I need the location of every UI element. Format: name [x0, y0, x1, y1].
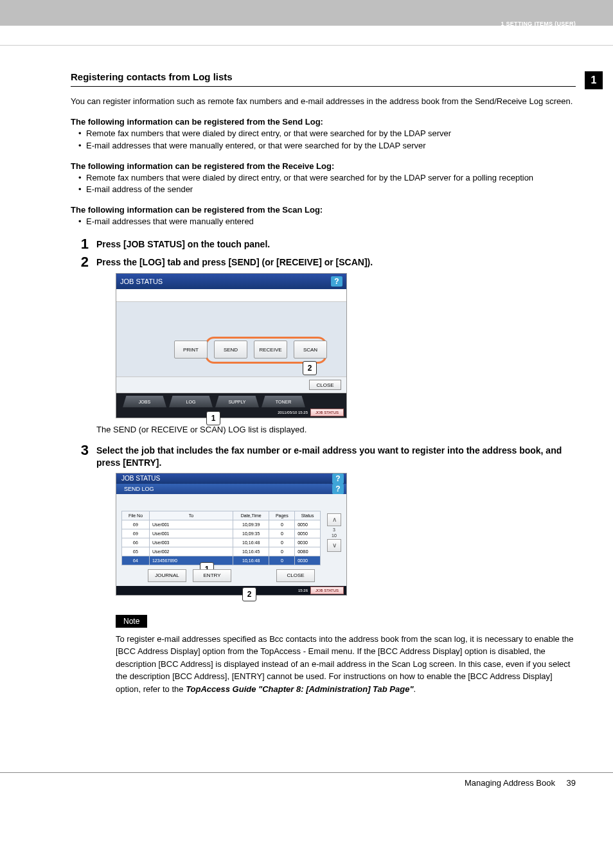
send-log-table: File No To Date,Time Pages Status 69 Use… [121, 511, 321, 565]
scan-log-heading: The following information can be registe… [71, 205, 576, 215]
tab-supply[interactable]: SUPPLY [215, 396, 259, 407]
note-text: To register e-mail addresses specified a… [116, 633, 576, 696]
panel-title: JOB STATUS [120, 278, 163, 285]
receive-button[interactable]: RECEIVE [254, 341, 287, 359]
step-text-3: Select the job that includes the fax num… [96, 443, 576, 469]
close-button[interactable]: CLOSE [276, 569, 315, 582]
scroll-up-icon[interactable]: ∧ [327, 513, 341, 526]
note-reference: TopAccess Guide "Chapter 8: [Administrat… [186, 684, 413, 694]
running-head: 1 SETTING ITEMS (USER) [501, 21, 576, 27]
list-item: E-mail addresses that were manually ente… [78, 216, 576, 228]
send-log-list: Remote fax numbers that were dialed by d… [71, 128, 576, 152]
help-icon[interactable]: ? [332, 484, 344, 494]
table-row[interactable]: 65 User002 10,16:45 0 00B0 [122, 547, 321, 556]
footer-section: Managing Address Book [465, 778, 555, 788]
tab-log[interactable]: LOG [169, 396, 213, 407]
col-date-time: Date,Time [233, 511, 269, 520]
step2-caption: The SEND (or RECEIVE or SCAN) LOG list i… [96, 425, 576, 434]
table-row-selected[interactable]: 64 1234567890 10,16:48 0 0030 [122, 556, 321, 565]
print-button[interactable]: PRINT [174, 341, 208, 359]
tab-jobs[interactable]: JOBS [123, 396, 166, 407]
job-status-panel: JOB STATUS ? PRINT SEND RECEIVE SCAN 2 C… [116, 273, 347, 418]
table-row[interactable]: 69 User001 10,09:35 0 0050 [122, 529, 321, 538]
step-text-2: Press the [LOG] tab and press [SEND] (or… [96, 255, 576, 269]
table-row[interactable]: 69 User001 10,09:39 0 0050 [122, 520, 321, 529]
send-log-panel: JOB STATUS ? SEND LOG ? File No To Date,… [116, 473, 347, 596]
step-number-3: 3 [71, 443, 96, 457]
tab-toner[interactable]: TONER [262, 396, 305, 407]
intro-paragraph: You can register information such as rem… [71, 96, 576, 108]
job-status-button[interactable]: JOB STATUS [310, 409, 344, 416]
page-footer: Managing Address Book 39 [0, 772, 613, 807]
callout-1: 1 [206, 411, 220, 425]
footer-page-number: 39 [567, 778, 576, 788]
scroll-page: 3 [327, 527, 341, 532]
section-title: Registering contacts from Log lists [71, 71, 576, 87]
journal-button[interactable]: JOURNAL [148, 569, 186, 582]
job-status-button[interactable]: JOB STATUS [310, 587, 344, 594]
scan-button[interactable]: SCAN [294, 341, 327, 359]
callout-2: 2 [303, 361, 317, 375]
help-icon[interactable]: ? [331, 276, 342, 287]
col-status: Status [295, 511, 321, 520]
note-label: Note [116, 615, 147, 628]
list-item: E-mail address of the sender [78, 184, 576, 196]
list-item: E-mail addresses that were manually ente… [78, 140, 576, 152]
step-number-2: 2 [71, 255, 96, 269]
entry-button[interactable]: ENTRY [193, 569, 231, 582]
send-log-heading: The following information can be registe… [71, 117, 576, 127]
callout-2: 2 [242, 587, 256, 601]
list-item: Remote fax numbers that were dialed by d… [78, 128, 576, 140]
help-icon[interactable]: ? [332, 474, 344, 484]
chapter-tab: 1 [585, 71, 603, 89]
col-to: To [149, 511, 233, 520]
receive-log-list: Remote fax numbers that were dialed by d… [71, 172, 576, 197]
scan-log-list: E-mail addresses that were manually ente… [71, 216, 576, 228]
receive-log-heading: The following information can be registe… [71, 161, 576, 171]
scroll-total: 10 [327, 533, 341, 538]
datetime-label: 15:26 [298, 589, 308, 592]
panel-subtitle: SEND LOG [124, 486, 154, 492]
table-row[interactable]: 66 User003 10,16:48 0 0030 [122, 538, 321, 547]
step-number-1: 1 [71, 237, 96, 251]
list-item: Remote fax numbers that were dialed by d… [78, 172, 576, 184]
col-pages: Pages [269, 511, 295, 520]
send-button[interactable]: SEND [214, 341, 247, 359]
col-file-no: File No [122, 511, 150, 520]
panel-title: JOB STATUS [121, 475, 160, 482]
step-text-1: Press [JOB STATUS] on the touch panel. [96, 237, 576, 251]
close-button[interactable]: CLOSE [309, 380, 341, 390]
scroll-down-icon[interactable]: ∨ [327, 539, 341, 552]
